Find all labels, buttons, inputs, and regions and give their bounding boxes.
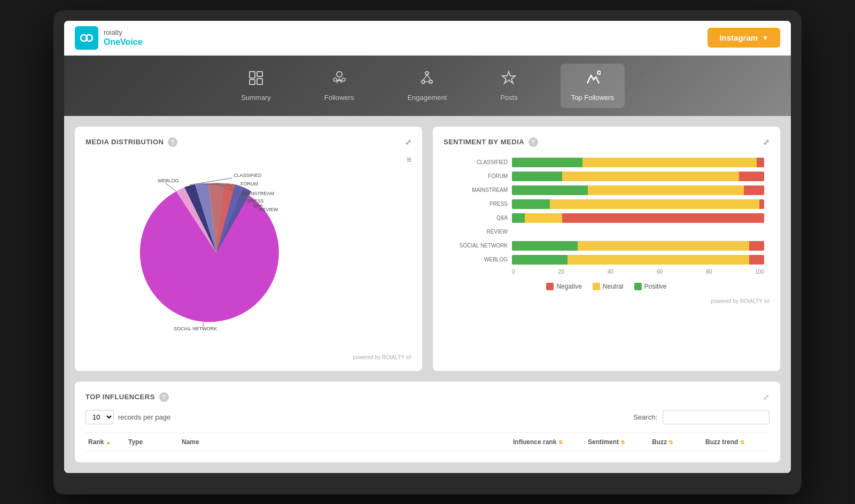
nav-item-summary[interactable]: Summary — [230, 64, 282, 108]
sort-icon-buzz[interactable]: ⇅ — [669, 439, 673, 445]
instagram-label: Instagram — [719, 33, 758, 42]
svg-rect-5 — [257, 79, 262, 84]
bar-row: PRESS — [449, 199, 764, 209]
per-page-select[interactable]: 10 25 50 — [86, 410, 114, 424]
bar-track — [512, 241, 764, 251]
col-header-rank: Rank ▲ — [86, 438, 128, 446]
main-content: MEDIA DISTRIBUTION ? ⤢ ≡ — [64, 116, 791, 473]
bar-row: SOCIAL NETWORK — [449, 241, 764, 251]
bar-seg-negative — [739, 172, 764, 181]
pie-chart-svg: WEBLOG CLASSIFIED FORUM MAINSTREAM PRESS… — [126, 173, 307, 333]
bar-seg-neutral — [562, 172, 739, 181]
bar-seg-positive — [512, 213, 525, 223]
nav-item-top-followers[interactable]: Top Followers — [561, 64, 625, 108]
cards-row: MEDIA DISTRIBUTION ? ⤢ ≡ — [75, 127, 780, 371]
expand-icon-influencers[interactable]: ⤢ — [763, 393, 770, 401]
bar-seg-positive — [512, 199, 550, 209]
bar-track — [512, 213, 764, 223]
bar-track — [512, 227, 764, 237]
x-60: 60 — [657, 269, 663, 275]
nav-label-engagement: Engagement — [407, 94, 447, 102]
top-influencers-header: TOP INFLUENCERS ? ⤢ — [86, 392, 770, 402]
header: roialty OneVoice Instagram ▼ — [64, 21, 791, 56]
bar-label: PRESS — [449, 201, 508, 207]
screen: roialty OneVoice Instagram ▼ — [64, 21, 791, 473]
bar-row: REVIEW — [449, 227, 764, 237]
bar-label: WEBLOG — [449, 257, 508, 262]
sentiment-powered-by: powered by ROIALTY srl — [444, 298, 770, 304]
legend: Negative Neutral Positive — [449, 283, 764, 290]
sort-icon-buzz-trend[interactable]: ⇅ — [740, 439, 744, 445]
label-mainstream: MAINSTREAM — [242, 191, 274, 196]
expand-icon-sentiment[interactable]: ⤢ — [763, 138, 770, 146]
bar-seg-positive — [512, 158, 582, 167]
nav-item-engagement[interactable]: Engagement — [397, 64, 457, 108]
pie-wrapper: WEBLOG CLASSIFIED FORUM MAINSTREAM PRESS… — [126, 173, 371, 344]
hamburger-menu-icon[interactable]: ≡ — [407, 155, 411, 164]
legend-negative: Negative — [546, 283, 581, 290]
sentiment-help-icon[interactable]: ? — [528, 137, 538, 147]
slice-line-weblog — [166, 183, 176, 191]
svg-line-13 — [427, 75, 431, 80]
sort-icon-influence[interactable]: ⇅ — [558, 439, 563, 445]
bottom-header-controls: 10 25 50 records per page Search: — [86, 410, 770, 424]
label-forum: FORUM — [240, 181, 258, 187]
bar-seg-negative — [749, 255, 764, 265]
table-header: Rank ▲ Type Name Influence rank ⇅ Sentim… — [86, 432, 770, 452]
top-followers-icon — [585, 70, 601, 89]
media-distribution-help-icon[interactable]: ? — [168, 137, 177, 147]
sort-icon-rank[interactable]: ▲ — [106, 439, 111, 445]
nav-item-posts[interactable]: Posts — [489, 64, 528, 108]
logo-area: roialty OneVoice — [75, 26, 143, 50]
col-header-buzz-trend: Buzz trend ⇅ — [705, 438, 770, 446]
search-label: Search: — [633, 413, 657, 421]
bar-seg-neutral — [582, 158, 757, 167]
media-distribution-title: MEDIA DISTRIBUTION ? ⤢ — [86, 137, 411, 147]
dropdown-arrow-icon: ▼ — [762, 34, 768, 42]
bar-seg-positive — [512, 241, 578, 251]
nav-label-posts: Posts — [500, 94, 518, 102]
instagram-button[interactable]: Instagram ▼ — [708, 28, 780, 48]
x-80: 80 — [706, 269, 712, 275]
svg-point-8 — [342, 78, 345, 81]
nav-bar: Summary Followers — [64, 56, 791, 116]
svg-rect-3 — [250, 80, 255, 84]
nav-item-followers[interactable]: Followers — [314, 64, 365, 108]
top-influencers-card: TOP INFLUENCERS ? ⤢ 10 25 50 records per… — [75, 382, 780, 462]
svg-point-6 — [337, 72, 342, 77]
bar-row: MAINSTREAM — [449, 185, 764, 195]
label-review: REVIEW — [259, 207, 278, 212]
records-per-page-label: records per page — [118, 413, 170, 421]
bar-seg-neutral — [588, 185, 744, 195]
x-100: 100 — [755, 269, 764, 275]
bar-chart-container: CLASSIFIEDFORUMMAINSTREAMPRESSQ&AREVIEWS… — [444, 155, 770, 293]
bar-row: Q&A — [449, 213, 764, 223]
bar-track — [512, 158, 764, 167]
bar-track — [512, 185, 764, 195]
label-classified: CLASSIFIED — [234, 173, 262, 178]
col-header-sentiment: Sentiment ⇅ — [588, 438, 652, 446]
col-header-type: Type — [128, 438, 182, 446]
sort-icon-sentiment[interactable]: ⇅ — [620, 439, 625, 445]
logo-icon — [75, 26, 98, 50]
svg-point-11 — [425, 72, 429, 75]
expand-icon-media[interactable]: ⤢ — [405, 138, 412, 146]
legend-dot-positive — [634, 283, 642, 290]
bar-track — [512, 255, 764, 265]
svg-line-12 — [423, 75, 427, 80]
search-input[interactable] — [663, 410, 770, 424]
x-40: 40 — [608, 269, 613, 275]
bar-rows: CLASSIFIEDFORUMMAINSTREAMPRESSQ&AREVIEWS… — [449, 158, 764, 265]
top-influencers-help-icon[interactable]: ? — [159, 392, 169, 402]
bar-seg-negative — [749, 241, 764, 251]
top-influencers-title: TOP INFLUENCERS — [86, 393, 155, 401]
bar-label: REVIEW — [449, 229, 508, 235]
bar-seg-negative — [757, 158, 764, 167]
bar-seg-negative — [744, 185, 764, 195]
bar-seg-negative — [759, 199, 764, 209]
bar-label: FORUM — [449, 173, 508, 179]
bar-label: SOCIAL NETWORK — [449, 243, 508, 249]
sentiment-title: SENTIMENT BY MEDIA ? ⤢ — [444, 137, 770, 147]
search-area: Search: — [633, 410, 770, 424]
bar-seg-positive — [512, 255, 568, 265]
